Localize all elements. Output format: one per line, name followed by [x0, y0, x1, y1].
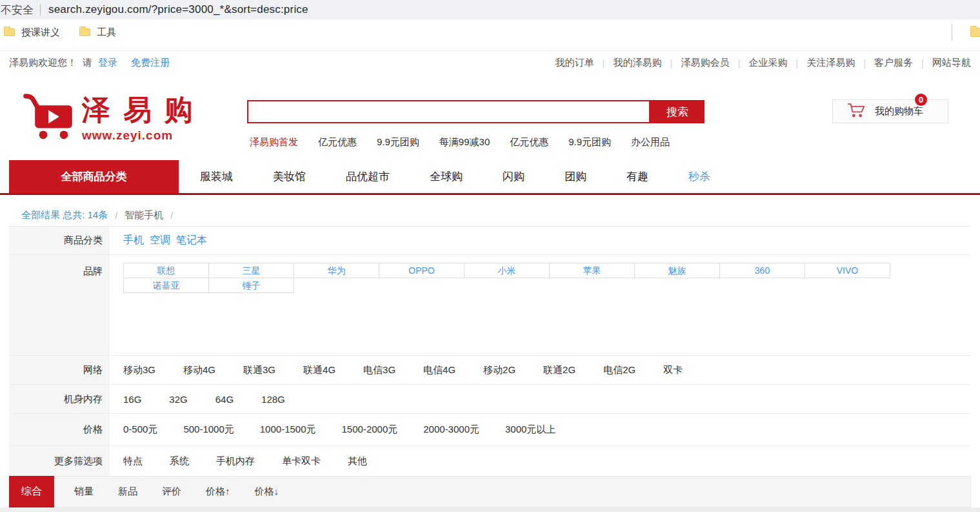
brand-option[interactable]: OPPO	[379, 263, 465, 278]
network-option[interactable]: 移动4G	[183, 364, 215, 376]
nav-item-beauty[interactable]: 美妆馆	[273, 169, 306, 184]
sort-item-sales[interactable]: 销量	[74, 486, 94, 498]
my-orders-link[interactable]: 我的订单	[555, 57, 594, 69]
folder-icon[interactable]	[970, 28, 980, 37]
bookmark-folder-lectures[interactable]: 授课讲义	[4, 26, 60, 39]
nav-item-group[interactable]: 团购	[565, 169, 586, 184]
sort-item-rating[interactable]: 评价	[162, 486, 181, 498]
sort-item-price-desc[interactable]: 价格↓	[255, 486, 279, 498]
network-option[interactable]: 电信4G	[423, 364, 455, 376]
sort-item-price-asc[interactable]: 价格↑	[206, 486, 230, 498]
memory-option[interactable]: 128G	[261, 394, 285, 405]
memory-option[interactable]: 16G	[123, 394, 141, 405]
nav-item-supermarket[interactable]: 品优超市	[346, 169, 390, 184]
bookmarks-bar-right	[952, 19, 980, 45]
welcome-text: 泽易购欢迎您！	[9, 57, 77, 69]
register-link[interactable]: 免费注册	[131, 57, 170, 69]
network-option[interactable]: 双卡	[663, 364, 683, 376]
sort-item-new[interactable]: 新品	[118, 486, 137, 498]
nav-item-clothing[interactable]: 服装城	[200, 169, 233, 184]
nav-item-global[interactable]: 全球购	[430, 169, 463, 184]
my-zeyigou-link[interactable]: 我的泽易购	[613, 57, 661, 69]
brand-option[interactable]: 360	[719, 263, 805, 278]
price-option[interactable]: 500-1000元	[183, 424, 234, 436]
security-label[interactable]: 不安全	[1, 3, 34, 17]
cart-icon	[847, 102, 866, 121]
network-option[interactable]: 电信3G	[363, 364, 395, 376]
nav-item-seckill[interactable]: 秒杀	[688, 169, 710, 184]
cart-count-badge: 0	[915, 94, 927, 106]
nav-item-flash[interactable]: 闪购	[503, 169, 525, 184]
please-text: 请	[83, 57, 92, 69]
more-option-other[interactable]: 其他	[348, 455, 367, 467]
filter-row-memory: 机身内存 16G 32G 64G 128G	[9, 385, 971, 414]
brand-option[interactable]: 华为	[294, 263, 379, 278]
filter-row-price: 价格 0-500元 500-1000元 1000-1500元 1500-2000…	[9, 414, 971, 446]
brand-option[interactable]: 锤子	[208, 278, 294, 293]
filter-label-network: 网络	[9, 356, 110, 384]
network-option[interactable]: 联通2G	[543, 364, 575, 376]
all-categories-button[interactable]: 全部商品分类	[9, 160, 179, 193]
filter-label-brand: 品牌	[9, 255, 110, 355]
brand-option[interactable]: 联想	[123, 263, 209, 278]
network-option[interactable]: 移动2G	[483, 364, 515, 376]
network-option[interactable]: 联通3G	[243, 364, 275, 376]
memory-option[interactable]: 64G	[215, 394, 234, 405]
page-url[interactable]: search.zeyigou.com/?price=3000_*&sort=de…	[48, 3, 308, 16]
hot-link[interactable]: 泽易购首发	[250, 136, 298, 148]
search-area: 搜索	[247, 100, 705, 123]
memory-option[interactable]: 32G	[169, 394, 187, 405]
my-cart-button[interactable]: 我的购物车 0	[832, 99, 948, 123]
folder-icon	[4, 28, 15, 36]
price-option[interactable]: 1500-2000元	[342, 424, 398, 436]
top-user-bar: 泽易购欢迎您！ 请 登录 免费注册 我的订单 | 我的泽易购 | 泽易购会员 |…	[0, 50, 980, 74]
hot-link[interactable]: 9.9元团购	[377, 136, 419, 148]
site-logo[interactable]: 泽易购 www.zeyi.com	[23, 92, 206, 148]
more-option-sim[interactable]: 单卡双卡	[282, 455, 321, 467]
hot-link[interactable]: 亿元优惠	[510, 136, 548, 148]
customer-service-link[interactable]: 客户服务	[874, 57, 913, 69]
filter-label-price: 价格	[9, 414, 110, 445]
more-option-system[interactable]: 系统	[170, 455, 189, 467]
breadcrumb-category[interactable]: 智能手机	[125, 209, 163, 221]
price-option[interactable]: 0-500元	[123, 424, 157, 436]
price-option[interactable]: 3000元以上	[505, 424, 555, 436]
member-link[interactable]: 泽易购会员	[681, 57, 729, 69]
address-bar[interactable]: 不安全 search.zeyigou.com/?price=3000_*&sor…	[0, 0, 980, 19]
sort-tab-comprehensive[interactable]: 综合	[9, 476, 54, 507]
hot-link[interactable]: 每满99减30	[439, 136, 490, 148]
brand-option[interactable]: 小米	[464, 263, 550, 278]
bottom-strip	[0, 507, 980, 512]
more-option-feature[interactable]: 特点	[123, 455, 143, 467]
network-option[interactable]: 联通4G	[303, 364, 335, 376]
filter-label-memory: 机身内存	[9, 385, 110, 413]
category-link-aircon[interactable]: 空调	[150, 234, 170, 247]
search-button[interactable]: 搜索	[650, 100, 705, 123]
more-option-phone-memory[interactable]: 手机内存	[216, 455, 255, 467]
category-link-laptop[interactable]: 笔记本	[176, 234, 207, 247]
results-count-link[interactable]: 全部结果 总共: 14条	[21, 209, 108, 221]
filter-panel: 商品分类 手机 空调 笔记本 品牌 联想 三星 华为 OPPO 小米 苹果 魅族…	[9, 226, 971, 476]
brand-option[interactable]: 魅族	[634, 263, 720, 278]
bookmark-folder-tools[interactable]: 工具	[79, 26, 116, 39]
network-option[interactable]: 移动3G	[123, 364, 155, 376]
network-option[interactable]: 电信2G	[603, 364, 635, 376]
price-option[interactable]: 2000-3000元	[423, 424, 479, 436]
filter-label-more: 更多筛选项	[9, 446, 110, 476]
enterprise-link[interactable]: 企业采购	[748, 57, 787, 69]
logo-site-url: www.zeyi.com	[82, 128, 206, 143]
hot-link[interactable]: 9.9元团购	[568, 136, 611, 148]
brand-option[interactable]: VIVO	[805, 263, 890, 278]
brand-option[interactable]: 三星	[208, 263, 294, 278]
hot-link[interactable]: 办公用品	[631, 136, 670, 148]
price-option[interactable]: 1000-1500元	[260, 424, 316, 436]
brand-option[interactable]: 诺基亚	[123, 278, 209, 293]
category-link-phone[interactable]: 手机	[123, 234, 144, 247]
hot-link[interactable]: 亿元优惠	[318, 136, 357, 148]
search-input[interactable]	[247, 100, 650, 123]
follow-link[interactable]: 关注泽易购	[806, 57, 855, 69]
site-nav-link[interactable]: 网站导航	[932, 57, 971, 69]
login-link[interactable]: 登录	[98, 57, 117, 69]
brand-option[interactable]: 苹果	[549, 263, 635, 278]
nav-item-fun[interactable]: 有趣	[626, 169, 648, 184]
